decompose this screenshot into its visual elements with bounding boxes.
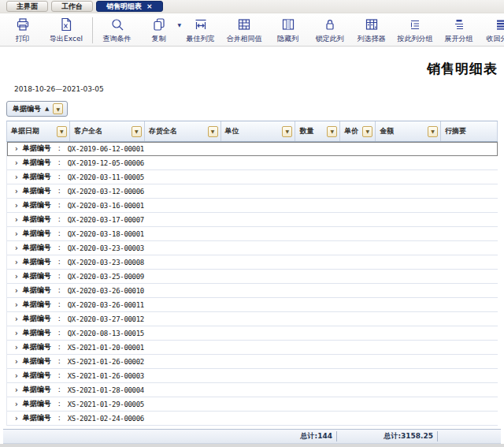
group-row[interactable]: ›单据编号：QX-2020-03-16-00001 [7, 199, 498, 213]
group-row[interactable]: ›单据编号：QX-2020-03-26-00011 [7, 298, 498, 312]
expand-chevron-icon[interactable]: › [15, 386, 18, 394]
filter-dropdown-icon[interactable]: ▼ [57, 126, 67, 137]
group-row[interactable]: ›单据编号：QX-2019-06-12-00001 [7, 142, 498, 156]
toolbar-button-label: 打印 [16, 34, 30, 44]
toolbar-button-label: 合并相同值 [227, 34, 262, 44]
tab-1[interactable]: 主界面 [6, 1, 48, 12]
group-row[interactable]: ›单据编号：QX-2020-03-17-00007 [7, 213, 498, 227]
toolbar-button-group-by-column[interactable]: 按此列分组 [392, 15, 438, 46]
group-row[interactable]: ›单据编号：QX-2020-03-18-00001 [7, 227, 498, 241]
toolbar-button-merge-cells[interactable]: 合并相同值 [221, 15, 267, 46]
sort-asc-icon[interactable]: ▲ [45, 106, 49, 112]
toolbar-button-label: 锁定此列 [316, 34, 344, 44]
document-number: QX-2020-03-11-00005 [68, 173, 144, 181]
column-header-label: 数量 [299, 126, 313, 136]
group-row[interactable]: ›单据编号：QX-2020-03-12-00006 [7, 184, 498, 199]
toolbar-button-lock-column[interactable]: 锁定此列 [309, 15, 350, 46]
column-header-1[interactable]: 单据日期▼ [7, 121, 70, 141]
group-field-chip[interactable]: 单据编号 ▲ ▼ [6, 101, 68, 117]
expand-chevron-icon[interactable]: › [15, 229, 18, 238]
document-number: QX-2020-03-23-00003 [68, 244, 144, 252]
group-row[interactable]: ›单据编号：QX-2020-03-23-00003 [7, 241, 498, 255]
group-row[interactable]: ›单据编号：QX-2020-03-23-00008 [7, 255, 498, 270]
group-row[interactable]: ›单据编号：XS-2021-01-28-00004 [7, 383, 498, 397]
expand-chevron-icon[interactable]: › [15, 400, 18, 408]
expand-chevron-icon[interactable]: › [15, 329, 18, 337]
filter-dropdown-icon[interactable]: ▼ [53, 103, 63, 114]
toolbar-button-copy[interactable]: ▼复制 [138, 15, 180, 46]
expand-chevron-icon[interactable]: › [15, 300, 18, 309]
group-row[interactable]: ›单据编号：QX-2019-12-05-00006 [7, 156, 498, 170]
expand-chevron-icon[interactable]: › [15, 357, 18, 366]
document-number: QX-2020-03-12-00006 [68, 188, 144, 196]
expand-chevron-icon[interactable]: › [15, 158, 18, 167]
toolbar-button-collapse-groups[interactable]: 收回分组 [480, 15, 504, 46]
group-row[interactable]: ›单据编号：XS-2021-01-29-00005 [7, 397, 498, 412]
group-row[interactable]: ›单据编号：XS-2021-02-24-00006 [7, 412, 498, 426]
column-header-2[interactable]: 客户全名▼ [70, 121, 145, 141]
filter-dropdown-icon[interactable]: ▼ [362, 126, 372, 137]
toolbar-button-hide-column[interactable]: 隐藏列 [267, 15, 309, 46]
expand-chevron-icon[interactable]: › [15, 258, 18, 266]
group-row-colon: ： [56, 314, 63, 324]
toolbar-button-expand-groups[interactable]: 展开分组 [438, 15, 480, 46]
group-row-label: 单据编号 [23, 342, 51, 352]
column-header-7[interactable]: 金额▼ [376, 121, 441, 141]
tab-label: 主界面 [17, 2, 38, 12]
group-row[interactable]: ›单据编号：XS-2021-01-20-00001 [7, 341, 498, 355]
toolbar-button-export-excel[interactable]: 导出Excel [43, 15, 89, 46]
expand-chevron-icon[interactable]: › [15, 371, 18, 380]
column-header-5[interactable]: 数量▼ [295, 121, 340, 141]
document-number: QX-2020-03-25-00009 [68, 273, 144, 281]
expand-chevron-icon[interactable]: › [15, 414, 18, 423]
expand-chevron-icon[interactable]: › [15, 244, 18, 252]
filter-dropdown-icon[interactable]: ▼ [282, 126, 292, 137]
tab-3[interactable]: 销售明细表× [96, 1, 163, 12]
filter-dropdown-icon[interactable]: ▼ [208, 126, 218, 137]
group-row[interactable]: ›单据编号：XS-2021-01-26-00003 [7, 369, 498, 383]
group-row[interactable]: ›单据编号：QX-2020-03-26-00010 [7, 284, 498, 298]
expand-chevron-icon[interactable]: › [15, 144, 18, 153]
expand-chevron-icon[interactable]: › [15, 343, 18, 352]
document-number: QX-2019-06-12-00001 [68, 145, 144, 153]
column-header-label: 单价 [344, 126, 358, 136]
tab-2[interactable]: 工作台 [51, 1, 93, 12]
expand-chevron-icon[interactable]: › [15, 173, 18, 181]
column-header-3[interactable]: 存货全名▼ [145, 121, 221, 141]
expand-chevron-icon[interactable]: › [15, 315, 18, 323]
toolbar-button-search[interactable]: 查询条件 [96, 15, 138, 46]
toolbar-button-label: 按此列分组 [398, 34, 433, 44]
expand-chevron-icon[interactable]: › [15, 272, 18, 281]
search-icon [110, 17, 124, 32]
expand-chevron-icon[interactable]: › [15, 215, 18, 224]
collapse-groups-icon [494, 17, 504, 32]
toolbar-button-printer[interactable]: 打印 [2, 15, 43, 46]
group-row-colon: ： [56, 229, 63, 239]
expand-chevron-icon[interactable]: › [15, 187, 18, 196]
column-header-4[interactable]: 单位▼ [221, 121, 296, 141]
column-header-6[interactable]: 单价▼ [340, 121, 376, 141]
group-row-colon: ： [56, 399, 63, 409]
group-row[interactable]: ›单据编号：QX-2020-03-27-00012 [7, 312, 498, 326]
group-row[interactable]: ›单据编号：QX-2020-08-13-00015 [7, 326, 498, 341]
group-row[interactable]: ›单据编号：QX-2020-03-11-00005 [7, 170, 498, 184]
group-row-label: 单据编号 [23, 371, 51, 381]
tab-close-icon[interactable]: × [146, 3, 153, 10]
toolbar-button-column-picker[interactable]: 列选择器 [350, 15, 392, 46]
filter-dropdown-icon[interactable]: ▼ [428, 126, 438, 137]
group-row-label: 单据编号 [23, 243, 51, 253]
column-header-8[interactable]: 行摘要 [441, 121, 498, 141]
toolbar-button-column-width[interactable]: 最佳列宽 [180, 15, 221, 46]
expand-chevron-icon[interactable]: › [15, 286, 18, 295]
filter-dropdown-icon[interactable]: ▼ [132, 126, 142, 137]
filter-dropdown-icon[interactable]: ▼ [327, 126, 337, 137]
column-header-label: 单据日期 [11, 126, 39, 136]
group-row-label: 单据编号 [23, 356, 51, 367]
amount-total: 总计:3158.25 [337, 431, 438, 441]
group-row[interactable]: ›单据编号：QX-2020-03-25-00009 [7, 270, 498, 284]
group-row-label: 单据编号 [23, 143, 51, 154]
document-number: QX-2020-08-13-00015 [68, 330, 144, 337]
toolbar-button-label: 导出Excel [50, 34, 83, 44]
group-row[interactable]: ›单据编号：XS-2021-01-26-00002 [7, 355, 498, 369]
expand-chevron-icon[interactable]: › [15, 201, 18, 210]
